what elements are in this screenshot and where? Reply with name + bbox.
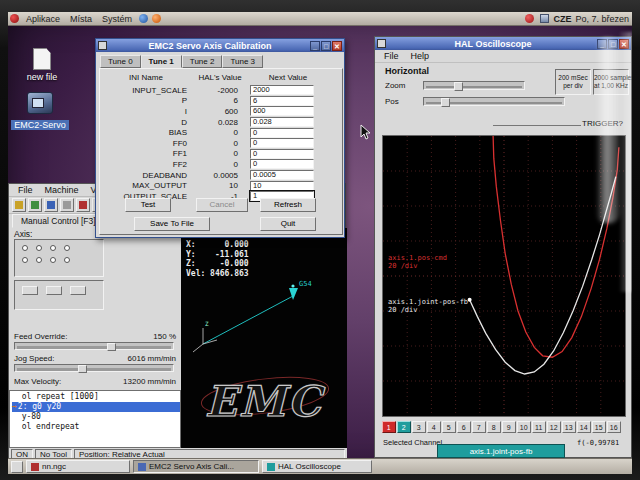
channel-button-6[interactable]: 6 [457,421,471,433]
ini-name: BIAS [100,128,192,137]
channel-button-9[interactable]: 9 [502,421,516,433]
close-icon[interactable]: ✕ [332,41,342,51]
channel-button-4[interactable]: 4 [427,421,441,433]
next-value-input[interactable]: 0.028 [250,117,314,127]
trigger-button[interactable]: TRIGGER? [582,119,623,128]
distro-menu-icon[interactable] [10,14,19,23]
next-value-input[interactable]: 0 [250,128,314,138]
channel-button-1[interactable]: 1 [382,421,396,433]
tab-tune-2[interactable]: Tune 2 [182,55,223,68]
next-value-input[interactable]: 0 [250,159,314,169]
channel-button-11[interactable]: 11 [532,421,546,433]
axis-menu-machine[interactable]: Machine [40,185,84,195]
table-row: INPUT_SCALE-20002000 [100,85,342,96]
next-value-input[interactable]: 0 [250,138,314,148]
maximize-icon[interactable]: □ [608,39,618,49]
zoom-label: Zoom [385,81,405,90]
channel-button-14[interactable]: 14 [577,421,591,433]
next-value-input[interactable]: 0 [250,149,314,159]
next-value-input[interactable]: 2000 [250,85,314,95]
pos-slider[interactable] [423,97,565,106]
mail-launcher-icon[interactable] [152,14,161,23]
channel-button-7[interactable]: 7 [472,421,486,433]
channel-button-15[interactable]: 15 [592,421,606,433]
save-to-file-button[interactable]: Save To File [134,217,210,231]
next-value-input[interactable]: 600 [250,106,314,116]
menu-places[interactable]: Místa [65,14,97,24]
taskbar-item-oscilloscope[interactable]: HAL Oscilloscope [262,460,372,473]
toolbar-open-button[interactable] [12,198,26,212]
feed-override-slider[interactable] [14,342,174,350]
gcode-line[interactable]: ol endrepeat [12,422,180,432]
ini-name: D [100,118,192,127]
close-icon[interactable]: ✕ [619,39,629,49]
channel-button-8[interactable]: 8 [487,421,501,433]
tab-manual-control[interactable]: Manual Control [F3] [12,214,105,228]
quit-button[interactable]: Quit [260,217,316,231]
calibration-titlebar[interactable]: EMC2 Servo Axis Calibration _ □ ✕ [96,39,344,52]
file-icon [33,48,51,70]
preview-canvas[interactable]: Z X: 0.000Y: -11.061Z: -0.000Vel: 8466.8… [181,228,347,448]
jog-speed-slider[interactable] [14,364,174,372]
axis-menu-file[interactable]: File [13,185,38,195]
tab-tune-1[interactable]: Tune 1 [141,55,182,68]
zoom-slider[interactable] [423,81,525,90]
selected-channel-label: Selected Channel [383,438,442,447]
channel-button-2[interactable]: 2 [397,421,411,433]
menu-applications[interactable]: Aplikace [21,14,65,24]
tab-tune-3[interactable]: Tune 3 [222,55,263,68]
channel-button-10[interactable]: 10 [517,421,531,433]
col-ini-name: INI Name [100,73,192,82]
cancel-button[interactable]: Cancel [196,198,248,212]
toolbar-stop-button[interactable] [76,198,90,212]
desktop-icon-new-file[interactable]: new file [10,48,74,82]
timebase-readout: 200 mSecper div [555,69,591,95]
channel-button-5[interactable]: 5 [442,421,456,433]
cursor-readout: f(-0,99781 [577,439,619,447]
toolbar-reload-button[interactable] [28,198,42,212]
clock[interactable]: Po, 7. březen [575,14,629,24]
scope-display[interactable]: axis.1.pos-cmd20 /div axis.1.joint-pos-f… [382,135,626,417]
hal-value: -2000 [192,86,242,95]
taskbar-item-calibration[interactable]: EMC2 Servo Axis Cali... [133,460,259,473]
gcode-line[interactable]: y-80 [12,412,180,422]
desktop-icon-emc2-servo[interactable]: EMC2-Servo [8,92,72,132]
minimize-icon[interactable]: _ [597,39,607,49]
channel-button-12[interactable]: 12 [547,421,561,433]
menu-system[interactable]: Systém [97,14,137,24]
channel-button-16[interactable]: 16 [607,421,621,433]
scope-menu-help[interactable]: Help [406,51,435,61]
update-notifier-icon[interactable] [525,14,534,23]
maximize-icon[interactable]: □ [321,41,331,51]
refresh-button[interactable]: Refresh [260,198,316,212]
gcode-line[interactable]: →2: g0 y20 [12,402,180,412]
volume-icon[interactable] [540,14,549,23]
next-value-input[interactable]: 0.0005 [250,170,314,180]
dro-line: Z: -0.000 [186,259,249,269]
jog-button-group[interactable] [14,280,104,310]
show-desktop-icon[interactable] [11,461,23,473]
axis-select-group[interactable] [14,239,104,277]
max-velocity-value: 13200 mm/min [123,377,176,386]
taskbar-item-nn-ngc[interactable]: nn.ngc [26,460,130,473]
hal-value: 0.028 [192,118,242,127]
test-button[interactable]: Test [125,198,171,212]
dro-line: X: 0.000 [186,240,249,250]
tab-tune-0[interactable]: Tune 0 [100,55,141,68]
channel-button-13[interactable]: 13 [562,421,576,433]
browser-launcher-icon[interactable] [139,14,148,23]
jog-speed-label: Jog Speed: [14,354,54,363]
gcode-listing[interactable]: ol repeat [1000]→2: g0 y20 y-80 ol endre… [9,390,181,448]
oscilloscope-titlebar[interactable]: HAL Oscilloscope _ □ ✕ [375,37,631,50]
toolbar-run-button[interactable] [44,198,58,212]
channel-button-3[interactable]: 3 [412,421,426,433]
next-value-input[interactable]: 6 [250,96,314,106]
scope-menu-file[interactable]: File [379,51,404,61]
minimize-icon[interactable]: _ [310,41,320,51]
gcode-line[interactable]: ol repeat [1000] [12,392,180,402]
keyboard-layout-indicator[interactable]: CZE [553,14,571,24]
toolbar-pause-button[interactable] [60,198,74,212]
calibration-frame: INI Name HAL's Value Next Value INPUT_SC… [99,68,343,235]
next-value-input[interactable]: 10 [250,181,314,191]
active-line-marker: → [12,402,17,411]
